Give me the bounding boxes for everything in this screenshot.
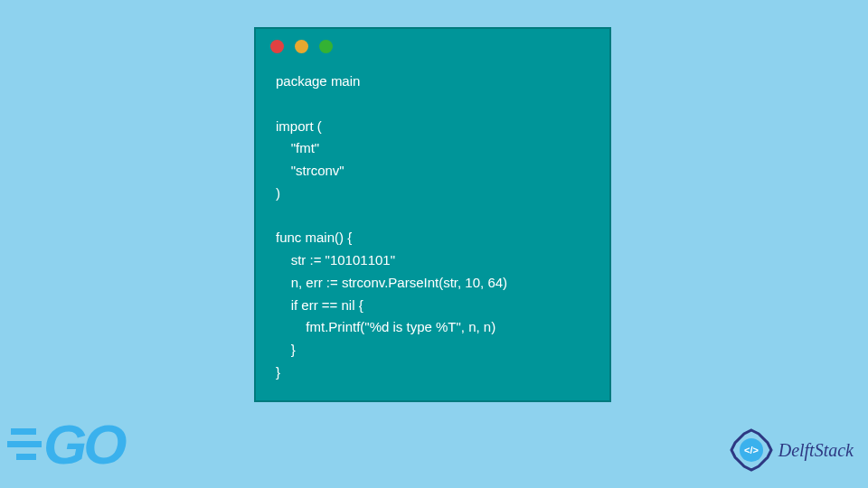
maximize-icon [319,40,333,53]
code-line: } [276,342,296,357]
delftstack-logo: </> DelftStack [730,428,854,472]
code-line: ) [276,185,280,201]
code-line: "strconv" [276,163,344,178]
svg-text:</>: </> [744,445,759,455]
delftstack-logo-text: DelftStack [778,440,854,461]
window-titlebar [256,29,609,63]
close-icon [270,40,284,53]
code-content: package main import ( "fmt" "strconv" ) … [256,63,609,391]
code-window: package main import ( "fmt" "strconv" ) … [254,27,611,402]
minimize-icon [295,40,308,53]
go-logo: GO [11,415,169,474]
code-line: if err == nil { [276,297,363,313]
code-line: n, err := strconv.ParseInt(str, 10, 64) [276,275,507,290]
code-line: func main() { [276,230,352,245]
go-logo-text: GO [43,412,123,476]
code-line: str := "10101101" [276,252,395,267]
code-line: "fmt" [276,140,319,155]
delftstack-icon: </> [730,428,773,472]
code-line: import ( [276,118,322,134]
code-line: package main [276,73,360,89]
go-stripes-icon [11,428,42,460]
code-line: } [276,364,280,380]
code-line: fmt.Printf("%d is type %T", n, n) [276,319,495,334]
